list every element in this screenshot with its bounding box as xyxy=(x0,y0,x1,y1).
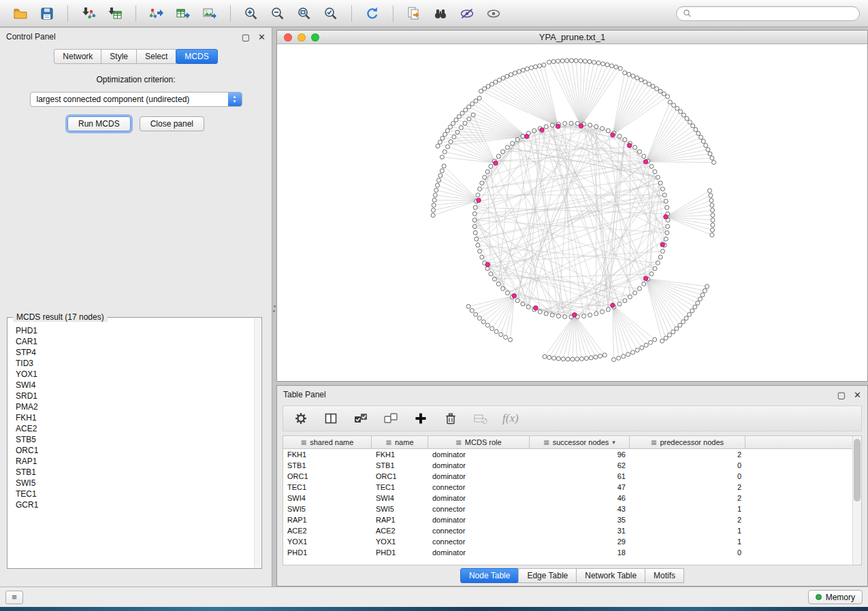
mcds-button-row: Run MCDS Close panel xyxy=(0,116,272,131)
result-item[interactable]: SWI4 xyxy=(16,380,252,391)
column-label: successor nodes xyxy=(553,438,609,446)
export-image-button[interactable] xyxy=(197,3,222,24)
sort-direction-icon[interactable]: ▾ xyxy=(612,439,615,446)
column-options-icon[interactable]: ▦ xyxy=(455,440,462,446)
table-scrollbar-thumb[interactable] xyxy=(854,439,861,501)
show-all-button[interactable] xyxy=(481,3,506,24)
refresh-button[interactable] xyxy=(360,3,385,24)
result-item[interactable]: STB5 xyxy=(16,434,252,445)
table-row[interactable]: RAP1RAP1dominator352 xyxy=(283,514,852,525)
table-row[interactable]: FKH1FKH1dominator962 xyxy=(283,449,852,460)
close-panel-icon[interactable]: ✕ xyxy=(258,33,266,42)
column-options-icon[interactable]: ▦ xyxy=(651,440,657,446)
import-table-button[interactable] xyxy=(103,3,127,24)
table-row[interactable]: SWI5SWI5connector431 xyxy=(283,503,852,514)
import-network-button[interactable] xyxy=(76,3,101,24)
criterion-dropdown[interactable]: largest connected component (undirected)… xyxy=(30,92,242,107)
result-item[interactable]: TEC1 xyxy=(16,489,252,499)
float-panel-icon[interactable]: ▢ xyxy=(242,33,250,42)
zoom-selected-button[interactable] xyxy=(319,3,343,24)
result-item[interactable]: STB1 xyxy=(16,467,252,478)
panel-divider[interactable]: ◂▸ xyxy=(272,28,276,587)
run-mcds-button[interactable]: Run MCDS xyxy=(67,116,131,131)
table-row[interactable]: TEC1TEC1connector472 xyxy=(283,482,852,493)
network-canvas[interactable] xyxy=(277,44,867,381)
result-item[interactable]: TID3 xyxy=(16,358,252,369)
result-item[interactable]: PMA2 xyxy=(16,401,252,412)
divider-grip-icon[interactable]: ◂▸ xyxy=(272,303,276,318)
result-item[interactable]: ORC1 xyxy=(16,445,252,456)
result-item[interactable]: STP4 xyxy=(16,347,252,358)
column-header-MCDS-role[interactable]: ▦MCDS role xyxy=(428,436,530,448)
result-item[interactable]: RAP1 xyxy=(16,456,252,467)
table-row[interactable]: ORC1ORC1dominator610 xyxy=(283,471,852,482)
export-network-button[interactable] xyxy=(144,3,169,24)
delete-column-button[interactable] xyxy=(443,410,459,427)
result-item[interactable]: PHD1 xyxy=(16,325,252,336)
result-item[interactable]: FKH1 xyxy=(16,412,252,423)
open-file-button[interactable] xyxy=(8,3,33,24)
save-button[interactable] xyxy=(35,3,59,24)
result-item[interactable]: SRD1 xyxy=(16,391,252,401)
show-columns-button[interactable] xyxy=(323,410,339,427)
task-history-button[interactable]: ≡ xyxy=(5,591,23,604)
result-item[interactable]: SWI5 xyxy=(16,478,252,489)
select-all-button[interactable] xyxy=(353,410,369,427)
search-box[interactable] xyxy=(676,6,860,21)
column-options-icon[interactable]: ▦ xyxy=(543,440,549,446)
table-row[interactable]: STB1STB1dominator620 xyxy=(283,460,852,471)
export-image-icon xyxy=(202,5,218,22)
export-table-button[interactable] xyxy=(171,3,195,24)
memory-button[interactable]: Memory xyxy=(808,590,863,604)
minimize-window-icon[interactable] xyxy=(298,33,306,42)
network-titlebar[interactable]: YPA_prune.txt_1 xyxy=(277,31,867,44)
copy-network-button[interactable] xyxy=(402,3,426,24)
maximize-window-icon[interactable] xyxy=(311,33,319,42)
table-cell: 18 xyxy=(530,548,630,557)
table-settings-button[interactable] xyxy=(293,410,309,427)
add-column-button[interactable] xyxy=(413,410,429,427)
result-item[interactable]: CAR1 xyxy=(16,336,252,347)
close-panel-button[interactable]: Close panel xyxy=(140,116,204,131)
column-header-predecessor-nodes[interactable]: ▦predecessor nodes xyxy=(630,436,745,448)
zoom-in-button[interactable] xyxy=(239,3,263,24)
result-scrollbar[interactable] xyxy=(254,318,261,567)
search-input[interactable] xyxy=(696,9,853,18)
table-cell: connector xyxy=(428,483,530,491)
tab-style[interactable]: Style xyxy=(101,49,137,64)
float-panel-icon[interactable]: ▢ xyxy=(837,391,846,399)
tab-network-table[interactable]: Network Table xyxy=(576,568,645,583)
result-item[interactable]: YOX1 xyxy=(16,369,252,380)
tab-network[interactable]: Network xyxy=(54,49,101,64)
table-row[interactable]: YOX1YOX1connector291 xyxy=(283,536,852,547)
column-header-successor-nodes[interactable]: ▦successor nodes▾ xyxy=(530,436,630,448)
find-button[interactable] xyxy=(428,3,453,24)
hide-selected-button[interactable] xyxy=(455,3,479,24)
tab-mcds[interactable]: MCDS xyxy=(176,49,217,64)
table-scrollbar[interactable] xyxy=(852,436,861,565)
table-row[interactable]: ACE2ACE2connector311 xyxy=(283,525,852,536)
close-window-icon[interactable] xyxy=(284,33,292,42)
deselect-all-button[interactable] xyxy=(383,410,399,427)
result-item[interactable]: ACE2 xyxy=(16,423,252,434)
table-row[interactable]: PHD1PHD1dominator180 xyxy=(283,547,852,558)
zoom-out-button[interactable] xyxy=(266,3,290,24)
close-panel-icon[interactable]: ✕ xyxy=(854,391,861,399)
column-header-name[interactable]: ▦name xyxy=(372,436,428,448)
tab-node-table[interactable]: Node Table xyxy=(460,568,519,583)
column-options-icon[interactable]: ▦ xyxy=(385,440,391,446)
network-graph[interactable] xyxy=(277,44,867,381)
column-header-shared-name[interactable]: ▦shared name xyxy=(283,436,372,448)
table-cell: 35 xyxy=(530,516,630,524)
zoom-fit-button[interactable] xyxy=(292,3,317,24)
tab-select[interactable]: Select xyxy=(136,49,176,64)
table-cell: RAP1 xyxy=(372,516,428,524)
result-item[interactable]: GCR1 xyxy=(16,499,252,510)
column-options-icon[interactable]: ▦ xyxy=(301,440,307,446)
table-cell: PHD1 xyxy=(372,548,428,557)
mcds-result-list[interactable]: PHD1CAR1STP4TID3YOX1SWI4SRD1PMA2FKH1ACE2… xyxy=(16,325,252,565)
table-row[interactable]: SWI4SWI4dominator462 xyxy=(283,493,852,503)
tab-motifs[interactable]: Motifs xyxy=(645,568,684,583)
toolbar-separator xyxy=(135,5,136,22)
tab-edge-table[interactable]: Edge Table xyxy=(518,568,577,583)
